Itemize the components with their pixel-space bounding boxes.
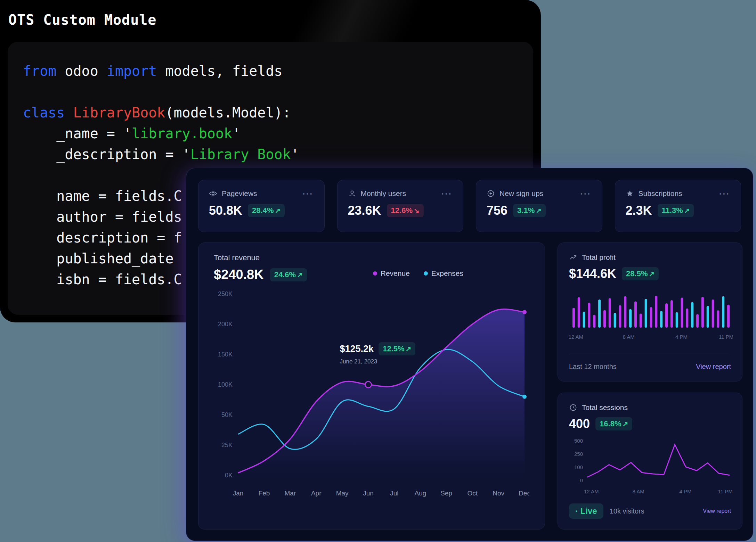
svg-text:4 PM: 4 PM [675,334,688,340]
screenshot-stage: OTS Custom Module from odoo import model… [0,0,756,542]
svg-text:Oct: Oct [467,490,478,497]
svg-text:Jul: Jul [390,490,398,497]
svg-text:May: May [336,490,349,497]
code-line: class LibraryBook(models.Model): [23,102,518,123]
svg-text:25K: 25K [221,442,233,449]
svg-text:Sep: Sep [440,490,452,497]
user-icon [348,189,356,198]
profit-value: $144.6K [569,266,616,281]
profit-title: Total profit [582,253,616,262]
svg-text:Apr: Apr [311,490,322,497]
trend-down-icon: ↘ [414,206,420,215]
legend-item-revenue[interactable]: Revenue [373,264,410,282]
svg-text:150K: 150K [218,351,233,358]
card-menu-button[interactable]: ⋯ [302,190,314,197]
svg-text:100: 100 [574,464,583,470]
stat-value: 50.8K [209,203,242,218]
svg-text:500: 500 [574,438,583,444]
profit-trend-badge: 28.5%↗ [622,267,659,280]
profit-footer-label: Last 12 months [569,363,617,371]
stat-card-subscriptions: Subscriptions ⋯ 2.3K 11.3%↗ [615,180,741,232]
svg-text:Feb: Feb [259,490,270,497]
profit-bar-chart-svg: 12 AM8 AM4 PM11 PM [569,290,733,342]
revenue-header-block: Total revenue $240.8K 24.6%↗ [214,253,307,282]
eye-icon [209,189,217,198]
plus-circle-icon [487,189,495,198]
legend-dot-expenses [424,271,428,276]
legend-item-expenses[interactable]: Expenses [424,264,463,282]
stat-card-new-signups: New sign ups ⋯ 756 3.1%↗ [476,180,602,232]
svg-text:12 AM: 12 AM [584,488,599,494]
svg-text:Aug: Aug [414,490,426,497]
line-chart-icon [569,253,577,262]
stat-label: Pageviews [222,189,257,198]
svg-text:8 AM: 8 AM [633,488,644,494]
svg-text:4 PM: 4 PM [679,488,691,494]
card-menu-button[interactable]: ⋯ [441,190,453,197]
stat-card-pageviews: Pageviews ⋯ 50.8K 28.4%↗ [198,180,325,232]
trend-up-icon: ↗ [275,206,281,215]
trend-up-icon: ↗ [297,271,303,279]
code-line: _description = 'Library Book' [23,144,518,165]
code-line: _name = 'library.book' [23,123,518,144]
trend-badge: 11.3%↗ [658,204,694,217]
analytics-dashboard: Pageviews ⋯ 50.8K 28.4%↗ Monthly users ⋯ [186,168,753,541]
code-window-title: OTS Custom Module [0,0,541,28]
revenue-chart-box: 0K25K50K100K150K200K250KJanFebMarAprMayJ… [214,285,529,505]
visitors-count: 10k visitors [610,507,644,515]
sessions-title: Total sessions [582,403,628,412]
svg-text:50K: 50K [221,411,233,418]
revenue-title: Total revenue [214,253,307,262]
stat-value: 2.3K [626,203,652,218]
legend-dot-revenue [373,271,377,276]
svg-text:Nov: Nov [493,490,504,497]
revenue-chart-svg: 0K25K50K100K150K200K250KJanFebMarAprMayJ… [214,285,529,504]
total-profit-card: Total profit $144.6K 28.5%↗ 12 AM8 AM4 P… [558,243,742,381]
trend-up-icon: ↗ [684,206,690,215]
sessions-value: 400 [569,417,590,431]
svg-text:8 AM: 8 AM [623,334,635,340]
svg-text:0: 0 [580,477,583,483]
stat-label: Subscriptions [639,189,682,198]
trend-up-icon: ↗ [622,420,628,428]
trend-up-icon: ↗ [649,270,655,278]
svg-text:11 PM: 11 PM [719,334,733,340]
code-line: from odoo import models, fields [23,60,518,81]
svg-text:Jan: Jan [233,490,244,497]
clock-icon [569,403,577,412]
svg-text:200K: 200K [218,321,233,328]
svg-text:Dec: Dec [519,490,529,497]
stat-card-row: Pageviews ⋯ 50.8K 28.4%↗ Monthly users ⋯ [198,180,741,232]
live-badge: · Live [569,503,603,519]
svg-text:Mar: Mar [284,490,296,497]
legend-label-expenses: Expenses [431,269,463,278]
svg-text:250: 250 [574,451,583,457]
svg-text:0K: 0K [225,472,233,479]
stat-label: New sign ups [499,189,543,198]
star-icon [626,189,634,198]
stat-value: 756 [487,203,507,218]
trend-badge: 12.6%↘ [387,204,424,217]
svg-text:Jun: Jun [363,490,374,497]
code-line [23,81,518,102]
trend-up-icon: ↗ [536,206,542,215]
card-menu-button[interactable]: ⋯ [718,190,730,197]
trend-badge: 28.4%↗ [248,204,285,217]
profit-view-report-link[interactable]: View report [696,363,731,371]
stat-value: 23.6K [348,203,381,218]
revenue-trend-badge: 24.6%↗ [270,268,307,281]
sessions-trend-badge: 16.8%↗ [595,417,632,430]
trend-badge: 3.1%↗ [513,204,546,217]
card-menu-button[interactable]: ⋯ [580,190,592,197]
sessions-view-report-link[interactable]: View report [703,508,731,514]
sessions-line-chart-svg: 010025050012 AM8 AM4 PM11 PM [569,436,733,499]
stat-label: Monthly users [361,189,406,198]
total-sessions-card: Total sessions 400 16.8%↗ 010025050012 A… [558,393,742,529]
svg-text:11 PM: 11 PM [718,488,733,494]
stat-card-monthly-users: Monthly users ⋯ 23.6K 12.6%↘ [337,180,464,232]
chart-legend: Revenue Expenses [373,264,463,282]
revenue-value: $240.8K [214,267,264,282]
svg-text:250K: 250K [218,290,233,297]
svg-text:100K: 100K [218,381,233,388]
total-revenue-card: Total revenue $240.8K 24.6%↗ Revenue [198,243,545,529]
